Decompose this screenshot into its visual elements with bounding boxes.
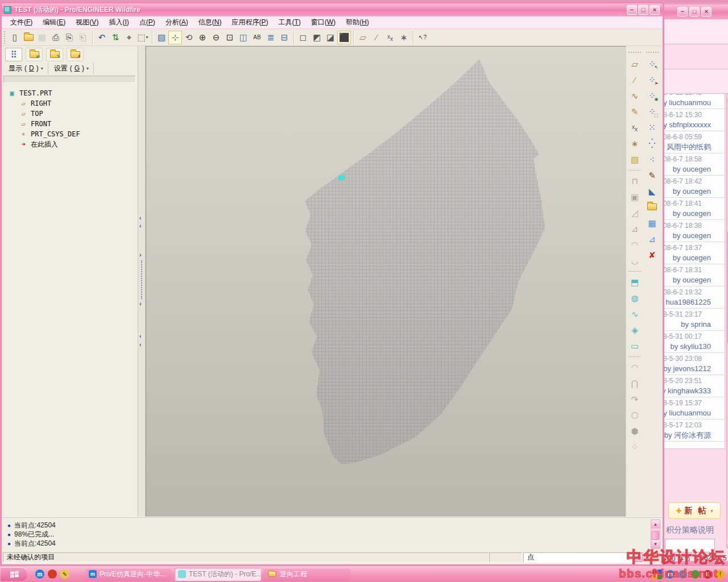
scroll-up-icon[interactable]: ▲ <box>651 520 660 529</box>
tab-favorites[interactable]: ✎ <box>46 48 63 61</box>
task-folder[interactable]: 逆向工程 <box>264 568 350 581</box>
new-file[interactable]: ▯ <box>8 31 22 44</box>
sweep-tool[interactable]: ∿ <box>628 307 642 321</box>
tab-connections[interactable]: ✗ <box>67 48 84 61</box>
close-button[interactable]: × <box>650 5 660 15</box>
quicklaunch-maxthon-icon[interactable]: m <box>35 569 44 579</box>
no-hidden-line[interactable]: ◪ <box>324 31 337 44</box>
browser-maximize-button[interactable]: □ <box>689 7 700 16</box>
layers[interactable]: ≣ <box>264 31 278 44</box>
tree-item-top[interactable]: ▱TOP <box>3 109 136 119</box>
copy-from[interactable]: ⎘ <box>63 31 76 44</box>
maximize-button[interactable]: □ <box>638 5 648 15</box>
minimize-button[interactable]: − <box>627 5 637 15</box>
pc-select-box[interactable]: ⁘⬚ <box>646 105 659 118</box>
undo[interactable]: ↶ <box>95 31 109 44</box>
zoom-in[interactable]: ⊕ <box>196 31 209 44</box>
select-filter[interactable]: ⬚▾ <box>136 31 150 44</box>
collapse-left-icon[interactable]: ‹ <box>139 333 142 339</box>
pc-fill[interactable]: ◣ <box>646 184 659 198</box>
pc-graph[interactable]: ⊿ <box>646 232 659 246</box>
splitter-drag-handle[interactable] <box>141 260 142 299</box>
saved-orientations[interactable]: ◫ <box>237 31 250 44</box>
orient-mode[interactable]: ⟲ <box>182 31 196 44</box>
style-tool[interactable]: ▭ <box>628 339 642 352</box>
hidden-line[interactable]: ◩ <box>310 31 324 44</box>
pc-delete[interactable]: ✘ <box>646 248 659 261</box>
graphics-canvas[interactable] <box>146 46 626 517</box>
menu-insert[interactable]: 插入(I) <box>104 16 134 28</box>
menu-point[interactable]: 点(P) <box>134 16 160 28</box>
spin-center[interactable]: ⊹ <box>168 31 182 44</box>
menu-edit[interactable]: 编辑(E) <box>38 16 71 28</box>
pc-grid[interactable]: ⁛ <box>646 136 659 150</box>
points-policy-link[interactable]: 积分策略说明 <box>666 525 714 535</box>
pc-save[interactable]: ▦ <box>646 216 659 230</box>
selection-filter-combobox[interactable]: 点 ▾ <box>523 552 644 563</box>
message-scrollbar[interactable]: ▲ ▼ <box>651 519 660 549</box>
tree-item-csys[interactable]: ∗PRT_CSYS_DEF <box>3 129 136 139</box>
pc-remove-points[interactable]: ⁘➤ <box>646 73 659 86</box>
collapse-left-icon[interactable]: ‹ <box>139 342 142 347</box>
csys-toggle[interactable]: ∗ <box>397 31 411 44</box>
tree-item-front[interactable]: ▱FRONT <box>3 119 136 129</box>
datum-planes-toggle[interactable]: ▱ <box>356 31 370 44</box>
quicklaunch-pen-icon[interactable]: ✎ <box>60 569 69 579</box>
task-browser[interactable]: mPro/E仿真逆向·中华... <box>85 568 172 581</box>
new-post-button[interactable]: ✚ 新 帖 ▾ <box>668 502 721 519</box>
regenerate[interactable]: ⇅ <box>109 31 122 44</box>
toolbar-grip[interactable] <box>628 52 641 53</box>
refit[interactable]: ⊡ <box>223 31 237 44</box>
toolbar-grip[interactable] <box>646 52 659 53</box>
quicklaunch-player-icon[interactable] <box>48 569 57 579</box>
scrollbar-thumb[interactable] <box>652 531 659 540</box>
datum-csys-tool[interactable]: ∗ <box>628 136 642 150</box>
view-manager[interactable]: ⊟ <box>278 31 291 44</box>
pc-sample[interactable]: ✎ <box>646 168 659 182</box>
datum-axes-toggle[interactable]: ∕ <box>370 31 383 44</box>
style-curve-tool[interactable]: ✎ <box>628 105 642 118</box>
pc-select[interactable]: ⁙ <box>646 120 659 134</box>
pc-add-points[interactable]: ⁘↖ <box>646 57 659 70</box>
settings-dropdown-button[interactable]: 设置(G) ▾ <box>49 63 94 74</box>
datum-point-tool[interactable]: ˣₓ› <box>628 120 642 134</box>
menu-analysis[interactable]: 分析(A) <box>160 16 193 28</box>
pc-visibility[interactable]: ⁘◉ <box>646 89 659 102</box>
points-toggle[interactable]: ˣₓ <box>383 31 397 44</box>
pc-split[interactable]: ⁖ <box>646 152 659 166</box>
browser-minimize-button[interactable]: − <box>677 7 688 16</box>
wireframe[interactable]: ◻ <box>296 31 310 44</box>
revolve-tool[interactable]: ◍ <box>628 291 642 305</box>
task-proe[interactable]: TEST (活动的) - Pro/E... <box>175 568 261 581</box>
menu-info[interactable]: 信息(N) <box>193 16 227 28</box>
expand-right-icon[interactable]: › <box>139 252 142 257</box>
menu-file[interactable]: 文件(F) <box>5 16 38 28</box>
open-file[interactable] <box>22 31 35 44</box>
find[interactable]: ⌖ <box>122 31 136 44</box>
extrude-tool[interactable]: ⬒ <box>628 275 642 289</box>
menu-window[interactable]: 窗口(W) <box>306 16 341 28</box>
tree-item-right[interactable]: ▱RIGHT <box>3 98 136 109</box>
start-button[interactable] <box>1 567 27 581</box>
pc-open[interactable] <box>646 200 659 214</box>
datum-curve-tool[interactable]: ∿ <box>628 89 642 102</box>
expand-right-icon[interactable]: › <box>139 301 142 306</box>
repaint[interactable]: ▧ <box>155 31 168 44</box>
boundary-blend-tool[interactable]: ◈ <box>628 323 642 336</box>
tab-folder-browser[interactable]: ⇄ <box>26 48 43 61</box>
named-views[interactable]: AB <box>250 31 264 44</box>
tree-item-part[interactable]: ▣TEST.PRT <box>3 88 136 98</box>
collapse-left-icon[interactable]: ‹ <box>139 223 142 228</box>
proe-titlebar[interactable]: TEST (活动的) - Pro/ENGINEER Wildfire − □ × <box>2 3 663 16</box>
menu-view[interactable]: 视图(V) <box>71 16 104 28</box>
print[interactable]: ⎙ <box>49 31 63 44</box>
pane-splitter[interactable]: ‹ ‹ › › ‹ ‹ <box>138 46 146 517</box>
show-dropdown-button[interactable]: 显示(D) ▾ <box>4 63 48 74</box>
tab-model-tree[interactable]: ⠿ <box>5 48 22 61</box>
datum-plane-tool[interactable]: ▱ <box>628 57 642 70</box>
toolbar-grip[interactable] <box>4 31 6 44</box>
analysis-graph-tool[interactable]: ▨ <box>628 152 642 166</box>
menu-tools[interactable]: 工具(T) <box>273 16 305 28</box>
context-help[interactable]: ↖? <box>416 31 429 44</box>
browser-close-button[interactable]: × <box>701 7 712 16</box>
